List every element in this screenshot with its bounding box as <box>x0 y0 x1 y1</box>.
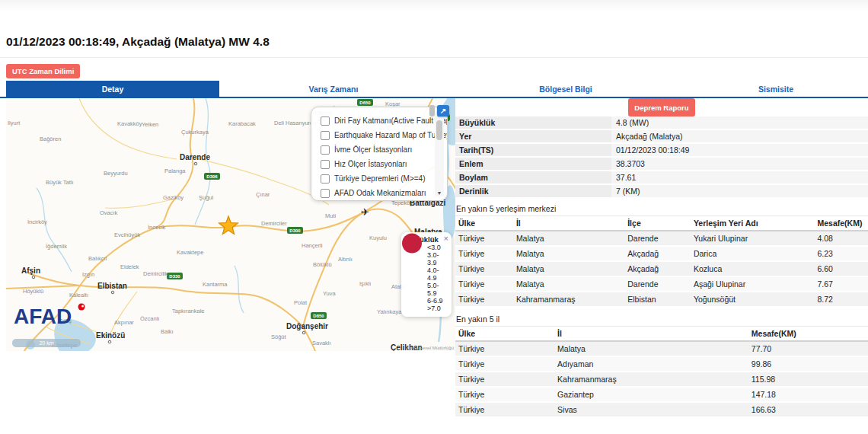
map-place-label: Şuğul <box>199 194 214 201</box>
nearest-provinces-title: En yakın 5 il <box>456 314 868 324</box>
map-place-label: Yalınkaya <box>377 308 402 315</box>
checkbox[interactable] <box>321 145 330 155</box>
event-details-table: Büyüklük4.8 (MW) YerAkçadağ (Malatya) Ta… <box>455 116 868 197</box>
map-place-label: Evcihüyük <box>114 231 140 238</box>
checkbox[interactable] <box>321 189 330 198</box>
map-place-label: Altınlı <box>338 256 353 263</box>
map-town-label: Doğanşehir <box>286 322 328 330</box>
tab-sismisite[interactable]: Sismisite <box>684 81 868 97</box>
map-place-label: Demircilik <box>143 270 168 277</box>
detail-row: YerAkçadağ (Malatya) <box>455 130 868 142</box>
table-row: TürkiyeMalatyaDarendeAşaği Ulupinar7.67 <box>455 276 868 292</box>
svg-text:AFAD: AFAD <box>14 305 72 328</box>
epicenter-star-marker[interactable] <box>219 216 238 235</box>
map-place-label: Işıklı <box>359 280 371 287</box>
fullscreen-button[interactable]: ↗ <box>437 105 449 116</box>
divider <box>0 57 868 58</box>
magnitude-circle <box>402 234 422 254</box>
map-place-label: Muti <box>325 212 337 219</box>
map-place-label: Akpınar <box>114 319 134 326</box>
map-place-label: Savaklı <box>312 340 331 346</box>
utc-timezone-button[interactable]: UTC Zaman Dilimi <box>6 64 80 78</box>
map-town-label: Elbistan <box>97 282 127 290</box>
layer-item-turkiye-depremleri[interactable]: Türkiye Depremleri (M>=4) <box>321 171 432 186</box>
table-row: TürkiyeMalatya77.70 <box>455 341 868 356</box>
map-place-label: İlyurt <box>8 120 21 126</box>
table-row: TürkiyeSivas166.63 <box>455 402 868 417</box>
layer-item-odak-mekanizmalari[interactable]: AFAD Odak Mekanizmaları <box>321 186 432 200</box>
detail-row: Enlem38.3703 <box>455 158 868 170</box>
map-place-label: Höyüklü <box>23 288 43 295</box>
table-row: TürkiyeMalatyaAkçadağKozluca6.60 <box>455 261 868 276</box>
layer-label: İvme Ölçer İstasyonları <box>334 145 412 154</box>
earthquake-detail-page: 01/12/2023 00:18:49, Akçadağ (Malatya) M… <box>0 0 868 434</box>
map-place-label: Yelken <box>142 121 158 128</box>
map-place-label: Palanga <box>164 168 186 174</box>
road-sign: D850 <box>311 312 327 319</box>
map-container[interactable]: D650 D875 D306 D300 D330 D850 İlyurt Bağ… <box>6 98 455 351</box>
layer-item-hiz-olcer[interactable]: Hız Ölçer İstasyonları <box>321 157 432 171</box>
map-layers-panel: Diri Fay Katmanı(Active Fault Map) Earth… <box>311 107 448 201</box>
map-place-label: Karabacak <box>228 120 256 127</box>
map-place-label: Bağören <box>40 136 61 142</box>
tab-varis-zamani[interactable]: Varış Zamanı <box>219 81 448 97</box>
close-icon[interactable]: × <box>444 235 448 242</box>
table-row: TürkiyeGaziantep147.18 <box>455 387 868 402</box>
legend-row: 5.0-5.9 <box>406 282 448 297</box>
detail-row: Derinlik7 (KM) <box>455 185 868 197</box>
map-town-label: Darende <box>180 153 210 161</box>
map-place-label: Balıkçıl <box>88 255 107 262</box>
table-header-row: Ülke İl Mesafe(KM) <box>455 327 868 342</box>
svg-text:D850: D850 <box>313 314 324 318</box>
map-place-label: Söğüt <box>271 333 287 340</box>
map-place-label: Balkı <box>161 328 174 335</box>
map-place-label: Çınar <box>256 191 270 198</box>
top-band <box>0 0 868 11</box>
map-town-label: Afşin <box>21 266 40 275</box>
map-place-label: Çukurkaya <box>181 129 209 136</box>
tab-detay[interactable]: Detay <box>6 81 219 97</box>
map-place-label: Özcanlı <box>140 315 159 322</box>
table-row: TürkiyeAdıyaman99.86 <box>455 356 868 372</box>
map-place-label: Eldelek <box>120 263 139 270</box>
layer-item-diri-fay[interactable]: Diri Fay Katmanı(Active Fault Map) <box>321 113 432 128</box>
tab-bar: Detay Varış Zamanı Bölgesel Bilgi Sismis… <box>0 81 868 98</box>
layers-scrollbar[interactable]: ▲ ▼ <box>435 111 444 196</box>
checkbox[interactable] <box>321 174 330 183</box>
detail-row: Boylam37.61 <box>455 171 868 183</box>
svg-text:D300: D300 <box>289 228 301 233</box>
tab-bolgesel-bilgi[interactable]: Bölgesel Bilgi <box>448 81 684 97</box>
detail-row: Büyüklük4.8 (MW) <box>455 116 868 129</box>
layer-item-ivme-olcer[interactable]: İvme Ölçer İstasyonları <box>321 142 432 157</box>
layer-label: Türkiye Depremleri (M>=4) <box>334 174 425 183</box>
scroll-down-icon[interactable]: ▼ <box>437 190 442 196</box>
checkbox[interactable] <box>321 116 330 126</box>
map-scroll-pill[interactable] <box>429 105 435 116</box>
layer-label: Hız Ölçer İstasyonları <box>334 160 407 168</box>
deprem-raporu-button[interactable]: Deprem Raporu <box>628 98 694 116</box>
table-row: TürkiyeKahramanmaraşElbistanYoğunsöğüt8.… <box>455 292 868 307</box>
road-sign: D306 <box>204 173 220 180</box>
map-place-label: Bölüklü <box>313 261 332 268</box>
layer-label: AFAD Odak Mekanizmaları <box>334 189 426 197</box>
map-town-label: Ekinözü <box>96 331 125 340</box>
layer-label: Diri Fay Katmanı(Active Fault Map) <box>334 116 448 125</box>
scrollbar-thumb[interactable] <box>436 120 442 140</box>
checkbox[interactable] <box>321 131 330 140</box>
map-place-label: Kavakköy <box>117 120 142 127</box>
road-sign: D300 <box>287 227 303 234</box>
detail-row: Tarih(TS)01/12/2023 00:18:49 <box>455 144 868 156</box>
table-row: TürkiyeMalatyaAkçadağDarica6.23 <box>455 246 868 261</box>
table-row: TürkiyeMalatyaDarendeYukari Ulupinar4.08 <box>455 231 868 246</box>
legend-row: 4.0-4.9 <box>406 266 448 282</box>
map-place-label: Izgın <box>82 271 94 278</box>
nearest-settlements-table: Ülke İl İlçe Yerleşim Yeri Adı Mesafe(KM… <box>455 215 868 308</box>
map-place-label: Beyyurdu <box>104 170 128 177</box>
checkbox[interactable] <box>321 160 330 169</box>
magnitude-legend: Büyüklük × <3.0 3.0-3.9 4.0-4.9 5.0-5.9 <box>401 232 452 317</box>
map-place-label: Polat <box>294 299 308 306</box>
map-attribution: Harita Genel Müdürlüğü <box>405 346 454 350</box>
airport-icon: ✈ <box>361 206 369 218</box>
page-title: 01/12/2023 00:18:49, Akçadağ (Malatya) M… <box>6 35 270 49</box>
layer-item-hazard-map[interactable]: Earthquake Hazard Map of Turkey <box>321 128 432 142</box>
